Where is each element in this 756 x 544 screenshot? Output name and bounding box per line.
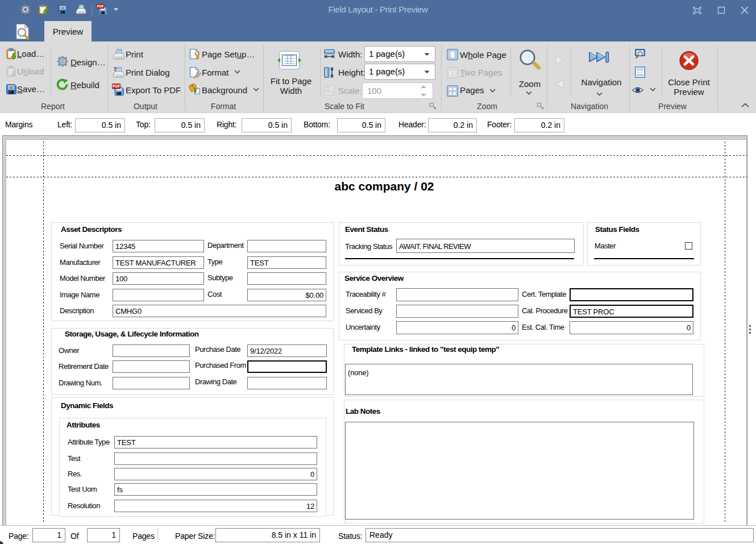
svg-text:?: ? [114, 65, 117, 72]
